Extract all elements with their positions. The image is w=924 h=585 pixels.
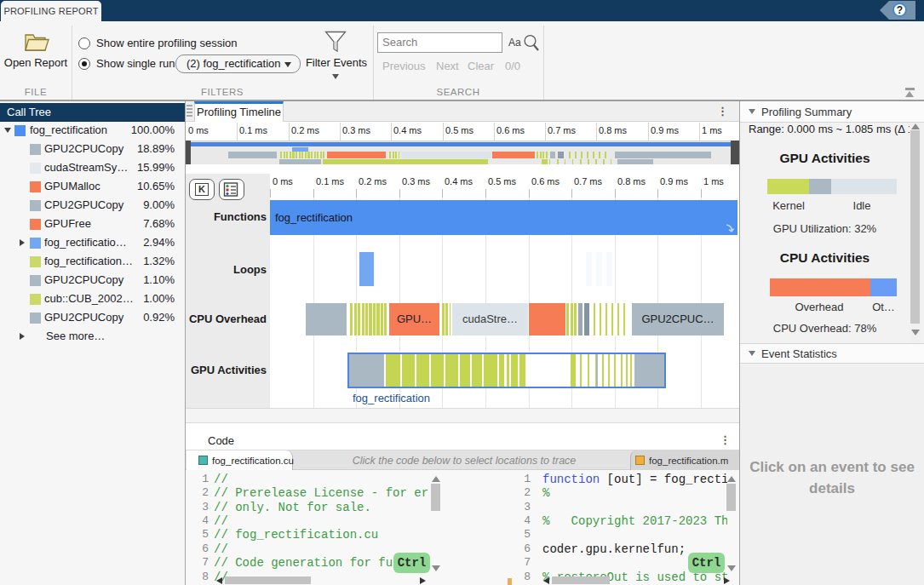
svg-text:?: ?: [897, 4, 903, 16]
